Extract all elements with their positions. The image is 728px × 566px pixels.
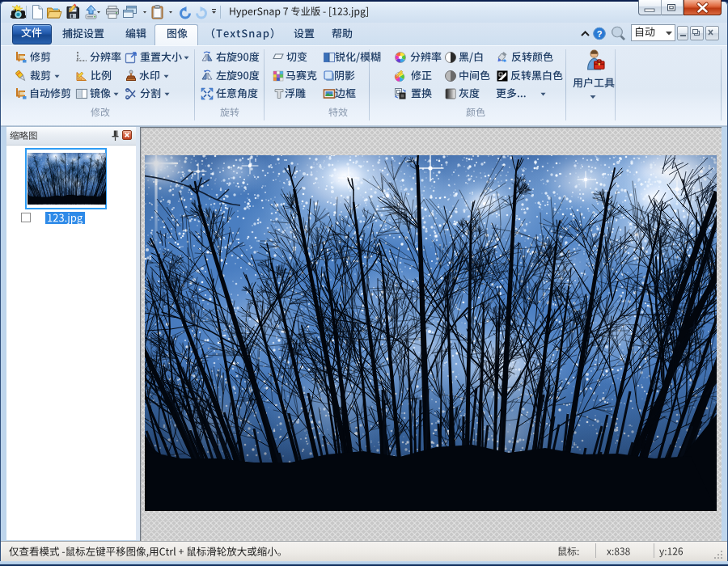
svg-text:?: ?: [597, 29, 603, 39]
